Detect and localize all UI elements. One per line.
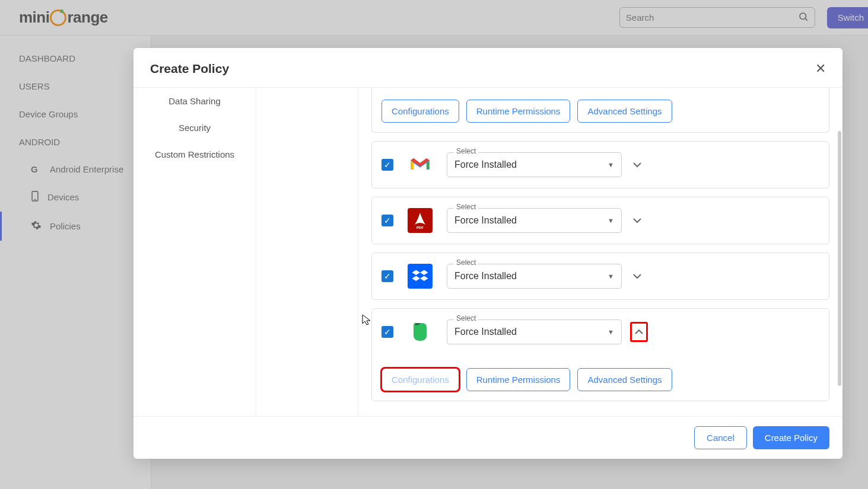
modal-header: Create Policy ✕ [133,48,842,87]
app-row-evernote: ✓ Select Force Installed ▼ Configuration… [371,308,829,401]
create-policy-modal: Create Policy ✕ Data Sharing Security Cu… [133,48,842,459]
modal-middle-column [256,88,358,416]
evernote-icon [408,319,433,344]
select-label: Select [454,314,478,322]
dropbox-icon [408,264,433,289]
select-wrap: Select Force Installed ▼ [447,264,622,289]
create-policy-button[interactable]: Create Policy [753,426,829,449]
modal-body: Data Sharing Security Custom Restriction… [133,87,842,416]
select-value: Force Installed [454,327,517,337]
modal-left-nav: Data Sharing Security Custom Restriction… [133,88,256,416]
modal-title: Create Policy [150,62,229,76]
select-label: Select [454,258,478,267]
select-wrap: Select Force Installed ▼ [447,208,622,233]
select-value: Force Installed [454,159,517,170]
tab-configurations[interactable]: Configurations [381,368,459,391]
tab-advanced-settings[interactable]: Advanced Settings [577,100,672,123]
expand-toggle[interactable] [630,213,644,228]
tab-advanced-settings[interactable]: Advanced Settings [577,368,672,391]
app-row-dropbox: ✓ Select Force Installed ▼ [371,253,829,300]
adobe-pdf-icon: PDF [408,208,433,233]
close-icon[interactable]: ✕ [815,61,826,76]
tab-configurations[interactable]: Configurations [381,100,459,123]
expand-toggle[interactable] [630,158,644,172]
install-type-select[interactable]: Force Installed ▼ [447,319,622,344]
app-row-adobe: ✓ PDF Select Force Installed ▼ [371,197,829,244]
tab-runtime-permissions[interactable]: Runtime Permissions [466,100,571,123]
app-checkbox[interactable]: ✓ [381,326,393,338]
collapse-toggle[interactable] [630,322,648,342]
scrollbar[interactable] [838,131,841,386]
caret-down-icon: ▼ [608,273,614,280]
top-tabs-card: Configurations Runtime Permissions Advan… [371,88,829,133]
install-type-select[interactable]: Force Installed ▼ [447,264,622,289]
app-checkbox[interactable]: ✓ [381,270,393,282]
gmail-icon [408,152,433,177]
install-type-select[interactable]: Force Installed ▼ [447,152,622,177]
modal-footer: Cancel Create Policy [133,416,842,459]
install-type-select[interactable]: Force Installed ▼ [447,208,622,233]
select-wrap: Select Force Installed ▼ [447,319,622,344]
left-tab-data-sharing[interactable]: Data Sharing [133,88,256,114]
cancel-button[interactable]: Cancel [694,426,747,449]
caret-down-icon: ▼ [608,217,614,224]
expanded-tabs: Configurations Runtime Permissions Advan… [381,368,819,391]
modal-content: Configurations Runtime Permissions Advan… [358,88,842,416]
select-value: Force Installed [454,271,517,282]
svg-text:PDF: PDF [416,226,424,229]
expand-toggle[interactable] [630,269,644,283]
app-row-gmail: ✓ Select Force Installed ▼ [371,141,829,188]
left-tab-security[interactable]: Security [133,114,256,141]
tab-runtime-permissions[interactable]: Runtime Permissions [466,368,571,391]
app-checkbox[interactable]: ✓ [381,215,393,226]
select-label: Select [454,147,478,155]
caret-down-icon: ▼ [608,328,614,335]
select-wrap: Select Force Installed ▼ [447,152,622,177]
caret-down-icon: ▼ [608,161,614,168]
select-label: Select [454,203,478,211]
left-tab-custom-restrictions[interactable]: Custom Restrictions [133,141,256,168]
app-checkbox[interactable]: ✓ [381,159,393,171]
select-value: Force Installed [454,215,517,226]
